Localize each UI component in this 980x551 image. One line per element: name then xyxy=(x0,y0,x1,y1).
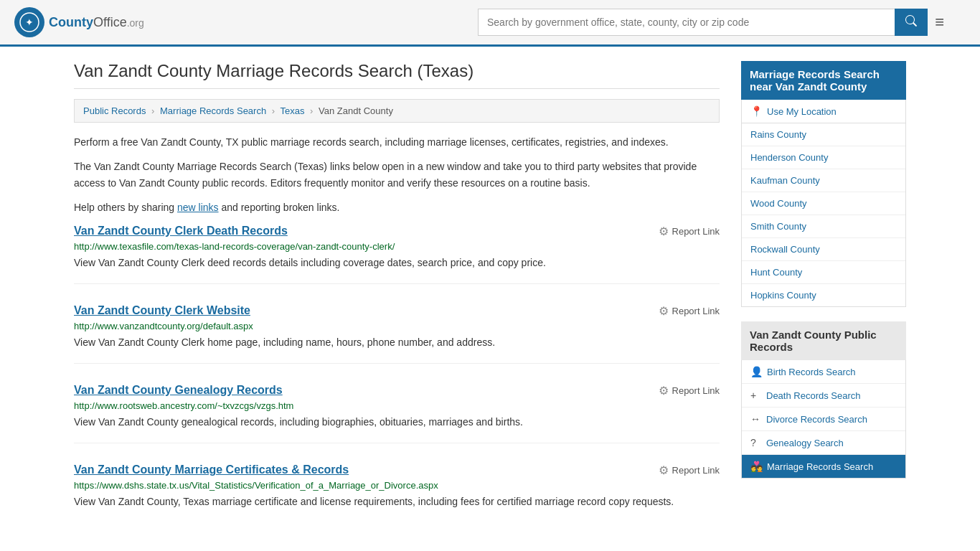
nearby-county-3[interactable]: Wood County xyxy=(742,192,905,215)
location-icon: 📍 xyxy=(750,105,763,117)
report-link-2[interactable]: ⚙ Report Link xyxy=(659,384,720,397)
result-item-0: Van Zandt County Clerk Death Records ⚙ R… xyxy=(74,225,720,284)
nearby-county-6[interactable]: Hunt County xyxy=(742,261,905,284)
report-icon-3: ⚙ xyxy=(659,463,669,477)
nearby-county-link-3[interactable]: Wood County xyxy=(750,198,807,209)
logo-icon: ✦ xyxy=(14,7,44,37)
nearby-counties-list: Rains CountyHenderson CountyKaufman Coun… xyxy=(741,123,906,307)
public-records-section: Van Zandt County Public Records 👤 Birth … xyxy=(741,321,906,479)
nearby-county-link-0[interactable]: Rains County xyxy=(750,129,806,140)
desc-para-3: Help others by sharing new links and rep… xyxy=(74,199,720,215)
result-header-0: Van Zandt County Clerk Death Records ⚙ R… xyxy=(74,225,720,238)
result-title-0[interactable]: Van Zandt County Clerk Death Records xyxy=(74,225,288,237)
report-label-1: Report Link xyxy=(672,306,720,316)
pr-link-2[interactable]: Divorce Records Search xyxy=(766,414,867,425)
breadcrumb-sep-1: › xyxy=(151,105,154,116)
breadcrumb-sep-2: › xyxy=(272,105,275,116)
breadcrumb-sep-3: › xyxy=(310,105,313,116)
report-label-0: Report Link xyxy=(672,226,720,237)
public-record-2[interactable]: ↔ Divorce Records Search xyxy=(742,408,905,431)
pr-icon-1: + xyxy=(750,390,762,401)
result-title-3[interactable]: Van Zandt County Marriage Certificates &… xyxy=(74,463,349,476)
new-links-link[interactable]: new links xyxy=(177,202,219,213)
public-records-header: Van Zandt County Public Records xyxy=(741,321,906,360)
public-record-3[interactable]: ? Genealogy Search xyxy=(742,431,905,455)
nearby-county-link-4[interactable]: Smith County xyxy=(750,221,806,232)
report-icon-1: ⚙ xyxy=(659,304,669,318)
nearby-county-link-7[interactable]: Hopkins County xyxy=(750,290,816,301)
result-url-2[interactable]: http://www.rootsweb.ancestry.com/~txvzcg… xyxy=(74,400,720,411)
breadcrumb-texas[interactable]: Texas xyxy=(281,105,305,116)
nearby-county-2[interactable]: Kaufman County xyxy=(742,169,905,192)
nearby-county-link-5[interactable]: Rockwall County xyxy=(750,244,820,255)
result-url-0[interactable]: http://www.texasfile.com/texas-land-reco… xyxy=(74,241,720,252)
result-url-1[interactable]: http://www.vanzandtcounty.org/default.as… xyxy=(74,321,720,331)
results-list: Van Zandt County Clerk Death Records ⚙ R… xyxy=(74,225,720,522)
nearby-county-5[interactable]: Rockwall County xyxy=(742,238,905,261)
logo-area[interactable]: ✦ CountyOffice.org xyxy=(14,7,144,37)
nearby-county-7[interactable]: Hopkins County xyxy=(742,284,905,306)
search-input[interactable] xyxy=(478,9,895,36)
nearby-county-link-2[interactable]: Kaufman County xyxy=(750,175,820,186)
result-desc-1: View Van Zandt County Clerk home page, i… xyxy=(74,335,720,350)
nearby-section: Marriage Records Search near Van Zandt C… xyxy=(741,61,906,307)
use-location-item[interactable]: 📍 Use My Location xyxy=(742,100,905,123)
menu-button[interactable]: ≡ xyxy=(935,13,944,32)
result-desc-0: View Van Zandt County Clerk deed records… xyxy=(74,255,720,270)
pr-icon-3: ? xyxy=(750,437,762,448)
desc-para-2: The Van Zandt County Marriage Records Se… xyxy=(74,159,720,191)
desc-para-1: Perform a free Van Zandt County, TX publ… xyxy=(74,134,720,150)
desc-para-3-before: Help others by sharing xyxy=(74,202,177,213)
breadcrumb: Public Records › Marriage Records Search… xyxy=(74,99,720,123)
pr-link-1[interactable]: Death Records Search xyxy=(766,390,861,401)
nearby-county-link-1[interactable]: Henderson County xyxy=(750,152,828,163)
result-header-2: Van Zandt County Genealogy Records ⚙ Rep… xyxy=(74,384,720,397)
result-item-3: Van Zandt County Marriage Certificates &… xyxy=(74,463,720,522)
main-container: Van Zandt County Marriage Records Search… xyxy=(60,47,920,551)
content-area: Van Zandt County Marriage Records Search… xyxy=(74,61,720,542)
report-link-3[interactable]: ⚙ Report Link xyxy=(659,463,720,477)
nearby-county-4[interactable]: Smith County xyxy=(742,215,905,238)
breadcrumb-marriage-records[interactable]: Marriage Records Search xyxy=(160,105,266,116)
result-item-1: Van Zandt County Clerk Website ⚙ Report … xyxy=(74,304,720,364)
logo-text: CountyOffice.org xyxy=(49,15,144,30)
pr-icon-0: 👤 xyxy=(750,366,763,377)
desc-para-3-after: and reporting broken links. xyxy=(219,202,340,213)
result-url-3[interactable]: https://www.dshs.state.tx.us/Vital_Stati… xyxy=(74,480,720,491)
search-button[interactable] xyxy=(895,9,928,36)
pr-link-4[interactable]: Marriage Records Search xyxy=(767,461,873,472)
result-desc-2: View Van Zandt County genealogical recor… xyxy=(74,415,720,430)
nearby-header: Marriage Records Search near Van Zandt C… xyxy=(741,61,906,100)
public-record-1[interactable]: + Death Records Search xyxy=(742,384,905,408)
svg-text:✦: ✦ xyxy=(25,17,34,28)
result-title-1[interactable]: Van Zandt County Clerk Website xyxy=(74,304,250,317)
report-link-1[interactable]: ⚙ Report Link xyxy=(659,304,720,318)
report-icon-2: ⚙ xyxy=(659,384,669,397)
public-record-4[interactable]: 💑 Marriage Records Search xyxy=(742,455,905,478)
result-desc-3: View Van Zandt County, Texas marriage ce… xyxy=(74,494,720,509)
report-label-2: Report Link xyxy=(672,385,720,396)
public-record-0[interactable]: 👤 Birth Records Search xyxy=(742,360,905,384)
page-title: Van Zandt County Marriage Records Search… xyxy=(74,61,720,89)
report-label-3: Report Link xyxy=(672,465,720,476)
result-header-3: Van Zandt County Marriage Certificates &… xyxy=(74,463,720,477)
pr-icon-4: 💑 xyxy=(750,461,763,472)
report-icon-0: ⚙ xyxy=(659,225,669,238)
breadcrumb-public-records[interactable]: Public Records xyxy=(83,105,146,116)
breadcrumb-current: Van Zandt County xyxy=(319,105,393,116)
result-header-1: Van Zandt County Clerk Website ⚙ Report … xyxy=(74,304,720,318)
sidebar: Marriage Records Search near Van Zandt C… xyxy=(741,61,906,542)
nearby-county-0[interactable]: Rains County xyxy=(742,123,905,146)
nearby-list: 📍 Use My Location xyxy=(741,100,906,123)
result-title-2[interactable]: Van Zandt County Genealogy Records xyxy=(74,384,283,397)
nearby-county-1[interactable]: Henderson County xyxy=(742,146,905,169)
pr-link-3[interactable]: Genealogy Search xyxy=(766,438,844,448)
public-records-list: 👤 Birth Records Search + Death Records S… xyxy=(741,360,906,479)
search-area: ≡ xyxy=(478,9,944,36)
use-location-link[interactable]: Use My Location xyxy=(767,106,837,117)
site-header: ✦ CountyOffice.org ≡ xyxy=(0,0,980,47)
result-item-2: Van Zandt County Genealogy Records ⚙ Rep… xyxy=(74,384,720,443)
pr-link-0[interactable]: Birth Records Search xyxy=(767,367,856,377)
nearby-county-link-6[interactable]: Hunt County xyxy=(750,267,802,278)
report-link-0[interactable]: ⚙ Report Link xyxy=(659,225,720,238)
